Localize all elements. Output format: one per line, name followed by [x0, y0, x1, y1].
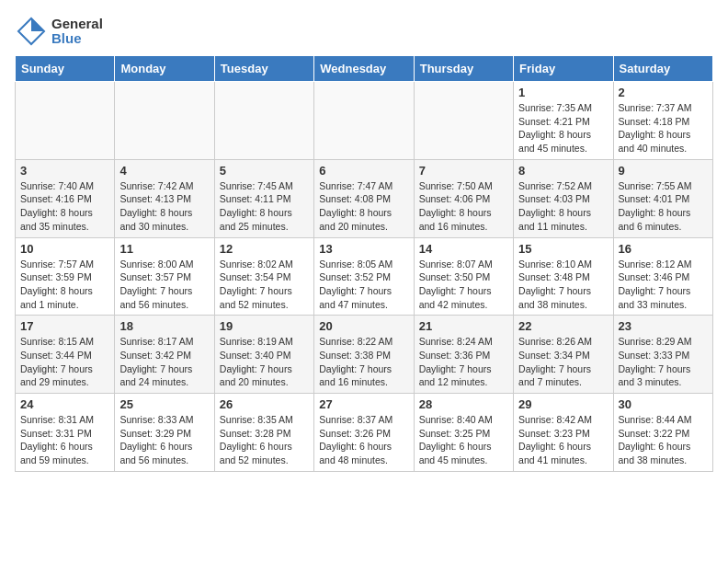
weekday-header: Thursday [414, 56, 513, 82]
logo: General Blue [15, 15, 103, 48]
weekday-header: Friday [514, 56, 613, 82]
logo-container: General Blue [15, 15, 103, 48]
cell-info: Sunrise: 8:22 AM Sunset: 3:38 PM Dayligh… [319, 335, 408, 389]
calendar-cell: 17Sunrise: 8:15 AM Sunset: 3:44 PM Dayli… [16, 316, 115, 394]
cell-info: Sunrise: 7:57 AM Sunset: 3:59 PM Dayligh… [20, 258, 109, 312]
cell-info: Sunrise: 7:37 AM Sunset: 4:18 PM Dayligh… [619, 101, 708, 155]
calendar-cell: 29Sunrise: 8:42 AM Sunset: 3:23 PM Dayli… [514, 394, 613, 472]
logo-text: General Blue [51, 17, 103, 47]
calendar-week-row: 24Sunrise: 8:31 AM Sunset: 3:31 PM Dayli… [16, 394, 713, 472]
day-number: 8 [518, 164, 608, 178]
day-number: 10 [20, 242, 109, 256]
cell-info: Sunrise: 8:12 AM Sunset: 3:46 PM Dayligh… [619, 258, 708, 312]
calendar-cell [115, 82, 214, 160]
day-number: 19 [220, 319, 309, 333]
day-number: 1 [518, 86, 608, 99]
calendar-cell: 21Sunrise: 8:24 AM Sunset: 3:36 PM Dayli… [414, 316, 513, 394]
calendar-cell: 22Sunrise: 8:26 AM Sunset: 3:34 PM Dayli… [514, 316, 613, 394]
cell-info: Sunrise: 8:26 AM Sunset: 3:34 PM Dayligh… [518, 335, 608, 389]
page-header: General Blue [15, 15, 713, 48]
calendar-cell: 5Sunrise: 7:45 AM Sunset: 4:11 PM Daylig… [214, 159, 313, 237]
day-number: 22 [518, 319, 608, 333]
cell-info: Sunrise: 8:05 AM Sunset: 3:52 PM Dayligh… [319, 258, 408, 312]
day-number: 25 [119, 397, 209, 411]
calendar-table: SundayMondayTuesdayWednesdayThursdayFrid… [15, 55, 713, 472]
cell-info: Sunrise: 7:52 AM Sunset: 4:03 PM Dayligh… [518, 179, 608, 234]
calendar-cell [414, 82, 513, 160]
calendar-week-row: 3Sunrise: 7:40 AM Sunset: 4:16 PM Daylig… [16, 159, 713, 237]
day-number: 11 [119, 242, 209, 256]
calendar-cell: 23Sunrise: 8:29 AM Sunset: 3:33 PM Dayli… [613, 316, 712, 394]
calendar-cell [16, 82, 115, 160]
cell-info: Sunrise: 7:45 AM Sunset: 4:11 PM Dayligh… [220, 179, 309, 234]
day-number: 5 [220, 164, 309, 178]
calendar-cell: 12Sunrise: 8:02 AM Sunset: 3:54 PM Dayli… [214, 237, 313, 316]
calendar-cell: 10Sunrise: 7:57 AM Sunset: 3:59 PM Dayli… [16, 237, 115, 316]
day-number: 12 [220, 242, 309, 256]
day-number: 14 [419, 242, 508, 256]
cell-info: Sunrise: 8:07 AM Sunset: 3:50 PM Dayligh… [419, 258, 508, 312]
day-number: 30 [619, 397, 708, 411]
cell-info: Sunrise: 8:24 AM Sunset: 3:36 PM Dayligh… [419, 335, 508, 389]
calendar-cell: 14Sunrise: 8:07 AM Sunset: 3:50 PM Dayli… [414, 237, 513, 316]
calendar-cell: 28Sunrise: 8:40 AM Sunset: 3:25 PM Dayli… [414, 394, 513, 472]
calendar-cell: 7Sunrise: 7:50 AM Sunset: 4:06 PM Daylig… [414, 159, 513, 237]
cell-info: Sunrise: 8:37 AM Sunset: 3:26 PM Dayligh… [319, 413, 408, 467]
calendar-week-row: 1Sunrise: 7:35 AM Sunset: 4:21 PM Daylig… [16, 82, 713, 160]
weekday-header: Sunday [16, 56, 115, 82]
cell-info: Sunrise: 8:15 AM Sunset: 3:44 PM Dayligh… [20, 335, 109, 389]
day-number: 28 [419, 397, 508, 411]
cell-info: Sunrise: 8:17 AM Sunset: 3:42 PM Dayligh… [119, 335, 209, 389]
calendar-cell: 16Sunrise: 8:12 AM Sunset: 3:46 PM Dayli… [613, 237, 712, 316]
cell-info: Sunrise: 8:35 AM Sunset: 3:28 PM Dayligh… [220, 413, 309, 467]
weekday-header: Tuesday [214, 56, 313, 82]
cell-info: Sunrise: 8:31 AM Sunset: 3:31 PM Dayligh… [20, 413, 109, 467]
calendar-cell: 1Sunrise: 7:35 AM Sunset: 4:21 PM Daylig… [514, 82, 613, 160]
calendar-cell: 18Sunrise: 8:17 AM Sunset: 3:42 PM Dayli… [115, 316, 214, 394]
day-number: 3 [20, 164, 109, 178]
day-number: 13 [319, 242, 408, 256]
cell-info: Sunrise: 7:50 AM Sunset: 4:06 PM Dayligh… [419, 179, 508, 234]
logo-icon [15, 15, 48, 48]
day-number: 7 [419, 164, 508, 178]
cell-info: Sunrise: 8:40 AM Sunset: 3:25 PM Dayligh… [419, 413, 508, 467]
calendar-cell: 9Sunrise: 7:55 AM Sunset: 4:01 PM Daylig… [613, 159, 712, 237]
cell-info: Sunrise: 8:29 AM Sunset: 3:33 PM Dayligh… [619, 335, 708, 389]
calendar-cell [314, 82, 414, 160]
day-number: 20 [319, 319, 408, 333]
cell-info: Sunrise: 7:35 AM Sunset: 4:21 PM Dayligh… [518, 101, 608, 155]
cell-info: Sunrise: 7:55 AM Sunset: 4:01 PM Dayligh… [619, 179, 708, 234]
calendar-cell: 30Sunrise: 8:44 AM Sunset: 3:22 PM Dayli… [613, 394, 712, 472]
calendar-cell: 6Sunrise: 7:47 AM Sunset: 4:08 PM Daylig… [314, 159, 414, 237]
cell-info: Sunrise: 8:44 AM Sunset: 3:22 PM Dayligh… [619, 413, 708, 467]
cell-info: Sunrise: 8:02 AM Sunset: 3:54 PM Dayligh… [220, 258, 309, 312]
calendar-cell: 15Sunrise: 8:10 AM Sunset: 3:48 PM Dayli… [514, 237, 613, 316]
day-number: 21 [419, 319, 508, 333]
calendar-cell: 2Sunrise: 7:37 AM Sunset: 4:18 PM Daylig… [613, 82, 712, 160]
cell-info: Sunrise: 7:47 AM Sunset: 4:08 PM Dayligh… [319, 179, 408, 234]
calendar-cell: 8Sunrise: 7:52 AM Sunset: 4:03 PM Daylig… [514, 159, 613, 237]
day-number: 29 [518, 397, 608, 411]
calendar-cell: 25Sunrise: 8:33 AM Sunset: 3:29 PM Dayli… [115, 394, 214, 472]
cell-info: Sunrise: 8:33 AM Sunset: 3:29 PM Dayligh… [119, 413, 209, 467]
day-number: 17 [20, 319, 109, 333]
cell-info: Sunrise: 8:10 AM Sunset: 3:48 PM Dayligh… [518, 258, 608, 312]
cell-info: Sunrise: 8:19 AM Sunset: 3:40 PM Dayligh… [220, 335, 309, 389]
calendar-cell: 27Sunrise: 8:37 AM Sunset: 3:26 PM Dayli… [314, 394, 414, 472]
day-number: 24 [20, 397, 109, 411]
day-number: 2 [619, 86, 708, 99]
cell-info: Sunrise: 8:00 AM Sunset: 3:57 PM Dayligh… [119, 258, 209, 312]
day-number: 6 [319, 164, 408, 178]
weekday-header: Wednesday [314, 56, 414, 82]
calendar-cell: 3Sunrise: 7:40 AM Sunset: 4:16 PM Daylig… [16, 159, 115, 237]
day-number: 27 [319, 397, 408, 411]
calendar-cell: 19Sunrise: 8:19 AM Sunset: 3:40 PM Dayli… [214, 316, 313, 394]
weekday-header: Saturday [613, 56, 712, 82]
day-number: 16 [619, 242, 708, 256]
day-number: 23 [619, 319, 708, 333]
calendar-week-row: 10Sunrise: 7:57 AM Sunset: 3:59 PM Dayli… [16, 237, 713, 316]
calendar-cell: 11Sunrise: 8:00 AM Sunset: 3:57 PM Dayli… [115, 237, 214, 316]
cell-info: Sunrise: 8:42 AM Sunset: 3:23 PM Dayligh… [518, 413, 608, 467]
day-number: 4 [119, 164, 209, 178]
day-number: 18 [119, 319, 209, 333]
